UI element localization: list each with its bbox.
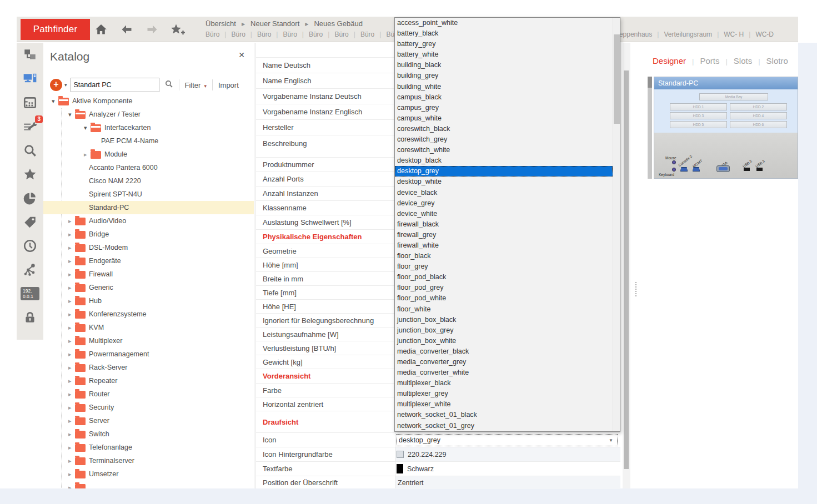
- tree-item[interactable]: Hub: [43, 294, 254, 308]
- room-tab[interactable]: Büro: [360, 31, 386, 38]
- dropdown-option[interactable]: multiplexer_black: [395, 378, 613, 389]
- add-dropdown-caret-icon[interactable]: ▾: [64, 82, 67, 88]
- room-tab[interactable]: Büro: [334, 31, 360, 38]
- tree-expander-icon[interactable]: [68, 485, 75, 489]
- sidebar-item-connections[interactable]: [17, 258, 43, 281]
- mouse-port-icon[interactable]: [672, 160, 676, 164]
- tree-expander-icon[interactable]: [84, 152, 91, 158]
- app-logo[interactable]: Pathfinder: [21, 19, 90, 40]
- dropdown-option[interactable]: firewall_grey: [395, 230, 613, 240]
- room-tab[interactable]: Treppenhaus: [613, 31, 664, 38]
- tree-item[interactable]: Audio/Video: [43, 214, 254, 228]
- usb-port-icon[interactable]: [756, 168, 763, 171]
- tree-item[interactable]: Powermanagement: [43, 347, 254, 361]
- room-tab[interactable]: Büro: [205, 31, 231, 38]
- room-tab[interactable]: Büro: [257, 31, 283, 38]
- tree-expander-icon[interactable]: [52, 98, 58, 104]
- sidebar-item-favorites[interactable]: [17, 162, 43, 186]
- dropdown-option[interactable]: building_black: [395, 60, 613, 70]
- mgmt-port-icon[interactable]: [693, 167, 700, 172]
- room-tab[interactable]: WC-D: [755, 31, 774, 38]
- tree-expander-icon[interactable]: [84, 125, 91, 131]
- dropdown-option[interactable]: campus_white: [395, 113, 613, 124]
- slot-hdd[interactable]: HDD 1: [670, 103, 727, 110]
- tree-expander-icon[interactable]: [68, 445, 75, 451]
- dropdown-scrollbar[interactable]: [613, 18, 620, 431]
- color-swatch[interactable]: [397, 464, 403, 473]
- dropdown-option[interactable]: floor_black: [395, 251, 613, 261]
- tree-item[interactable]: Server: [43, 414, 254, 427]
- dropdown-option[interactable]: network_socket_01_grey: [395, 421, 613, 431]
- dropdown-option[interactable]: floor_pod_grey: [395, 283, 613, 293]
- room-tab[interactable]: WC- H: [724, 31, 755, 38]
- tree-item[interactable]: Switch: [43, 427, 254, 441]
- icon-combobox[interactable]: desktop_grey ▼: [396, 434, 618, 446]
- sidebar-item-tasks[interactable]: 3: [17, 114, 43, 138]
- dropdown-option[interactable]: floor_grey: [395, 261, 613, 272]
- tree-item[interactable]: Aktive Komponente: [43, 94, 254, 108]
- dropdown-option[interactable]: battery_black: [395, 28, 613, 39]
- sidebar-item-ip-addresses[interactable]: 192. 0.0.1: [17, 281, 43, 305]
- dropdown-option[interactable]: building_grey: [395, 70, 613, 81]
- tree-item[interactable]: Cisco NAM 2220: [43, 174, 254, 188]
- usb-port-icon[interactable]: [744, 168, 750, 171]
- tree-item[interactable]: Terminalserver: [43, 454, 254, 467]
- keyboard-port-icon[interactable]: [672, 168, 676, 172]
- slot-hdd[interactable]: HDD 6: [730, 121, 787, 128]
- tree-expander-icon[interactable]: [68, 231, 75, 238]
- tree-expander-icon[interactable]: [68, 365, 75, 371]
- tree-expander-icon[interactable]: [68, 418, 75, 424]
- dropdown-option[interactable]: coreswitch_white: [395, 145, 613, 155]
- dropdown-option[interactable]: device_black: [395, 188, 613, 198]
- dropdown-option[interactable]: floor_pod_black: [395, 272, 613, 283]
- add-favorite-star-icon[interactable]: [170, 23, 184, 36]
- tree-item[interactable]: Module: [43, 148, 254, 161]
- sidebar-item-history[interactable]: [17, 234, 43, 258]
- form-scrollbar[interactable]: [623, 43, 630, 488]
- slot-hdd[interactable]: HDD 5: [670, 121, 727, 128]
- sidebar-item-workplaces[interactable]: [17, 67, 43, 90]
- slot-hdd[interactable]: HDD 4: [730, 112, 787, 119]
- tree-expander-icon[interactable]: [68, 311, 75, 317]
- tree-item[interactable]: [43, 481, 254, 488]
- vga-port-icon[interactable]: [716, 165, 730, 172]
- sidebar-item-security[interactable]: [17, 305, 43, 329]
- tree-expander-icon[interactable]: [68, 338, 75, 344]
- tree-item[interactable]: Multiplexer: [43, 334, 254, 347]
- detail-tab[interactable]: Slotro: [766, 56, 788, 65]
- slot-media-bay[interactable]: Media Bay: [699, 93, 768, 100]
- tree-expander-icon[interactable]: [68, 431, 75, 437]
- tree-item[interactable]: PAE PCM 4-Name: [43, 134, 254, 148]
- dropdown-option[interactable]: device_white: [395, 209, 613, 219]
- dropdown-option[interactable]: desktop_grey: [395, 166, 613, 177]
- search-input[interactable]: [71, 78, 159, 92]
- dropdown-option[interactable]: firewall_black: [395, 219, 613, 230]
- slot-hdd[interactable]: HDD 2: [730, 103, 787, 110]
- dropdown-option[interactable]: junction_box_white: [395, 336, 613, 346]
- tree-expander-icon[interactable]: [68, 218, 75, 224]
- sidebar-item-reports[interactable]: [17, 186, 43, 210]
- dropdown-option[interactable]: coreswitch_black: [395, 124, 613, 134]
- room-tab[interactable]: Büro: [283, 31, 308, 38]
- tree-expander-icon[interactable]: [68, 351, 75, 357]
- dropdown-option[interactable]: battery_grey: [395, 39, 613, 49]
- tree-expander-icon[interactable]: [68, 298, 75, 304]
- dropdown-option[interactable]: floor_white: [395, 304, 613, 315]
- dropdown-option[interactable]: media_converter_black: [395, 346, 613, 357]
- device-preview-card[interactable]: Standard-PC Media Bay HDD 1 HDD 2 HDD 3 …: [654, 77, 798, 179]
- tree-item[interactable]: Telefonanlage: [43, 441, 254, 454]
- dropdown-option[interactable]: junction_box_black: [395, 315, 613, 325]
- dropdown-option[interactable]: multiplexer_grey: [395, 389, 613, 399]
- tree-item[interactable]: Analyzer / Tester: [43, 108, 254, 121]
- sidebar-item-topology[interactable]: [17, 43, 43, 67]
- add-button[interactable]: +: [50, 79, 62, 91]
- close-icon[interactable]: ✕: [238, 51, 245, 59]
- detail-tab[interactable]: Ports: [700, 56, 733, 65]
- detail-tab[interactable]: Designer: [653, 56, 700, 65]
- tree-item[interactable]: Standard-PC: [43, 201, 254, 214]
- dropdown-option[interactable]: building_white: [395, 82, 613, 92]
- tree-expander-icon[interactable]: [68, 245, 75, 251]
- slot-hdd[interactable]: HDD 3: [670, 112, 727, 119]
- console-port-icon[interactable]: [680, 167, 688, 172]
- tree-item[interactable]: Accanto Pantera 6000: [43, 161, 254, 174]
